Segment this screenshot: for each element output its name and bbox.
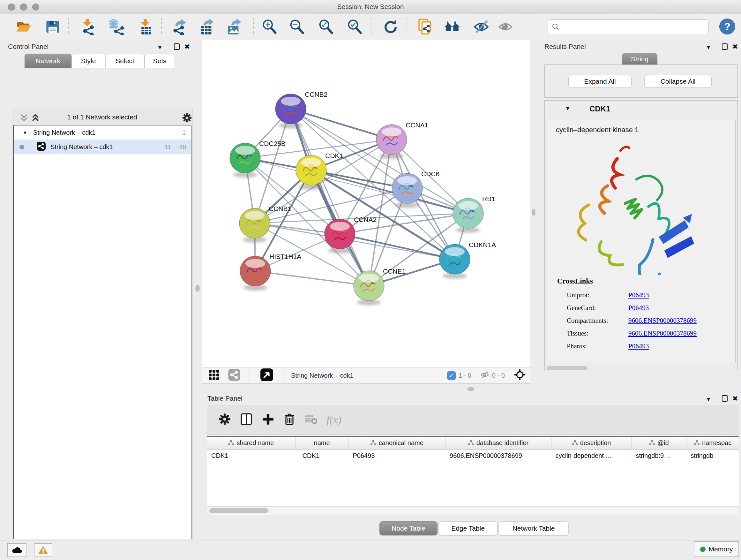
crosslink-link[interactable]: P06493: [628, 289, 697, 301]
expand-all-button[interactable]: Expand All: [568, 75, 631, 88]
network-edge[interactable]: [340, 234, 455, 259]
help-button[interactable]: ?: [719, 18, 735, 35]
network-node-cdkn1a[interactable]: CDKN1A: [440, 241, 496, 279]
column-header[interactable]: canonical name: [348, 437, 446, 449]
cloud-status-button[interactable]: [7, 543, 26, 557]
column-header[interactable]: shared name: [207, 437, 295, 449]
network-node-hist1h1a[interactable]: HIST1H1A: [240, 253, 301, 291]
crosslink-link[interactable]: P06493: [628, 301, 697, 314]
show-columns-icon[interactable]: [240, 413, 253, 427]
network-node-cdc25b[interactable]: CDC25B: [230, 140, 286, 178]
grid-view-icon[interactable]: [208, 368, 221, 382]
tab-network-table[interactable]: Network Table: [498, 521, 569, 536]
table-hscrollbar-thumb[interactable]: [209, 508, 268, 513]
network-canvas[interactable]: CCNB2CCNA1CDC25BCDK1CDC6RB1CCNB1CCNA2CDK…: [202, 40, 530, 367]
node-label: CDC6: [421, 170, 440, 178]
table-row[interactable]: CDK1 CDK1 P06493 9606.ENSP00000378699 cy…: [207, 449, 739, 462]
table-settings-gear-icon[interactable]: [218, 413, 231, 427]
network-label: String Network – cdk1: [51, 143, 113, 151]
tab-sets[interactable]: Sets: [145, 54, 175, 68]
panel-menu-icon[interactable]: ▾: [158, 44, 161, 51]
close-panel-icon[interactable]: ✖: [732, 43, 738, 51]
control-panel: Control Panel ▾ ✖ Network Style Select S…: [5, 40, 189, 540]
panel-menu-icon[interactable]: ▾: [707, 44, 710, 51]
warning-status-button[interactable]: [34, 543, 52, 557]
export-table-icon[interactable]: [198, 17, 215, 37]
fit-content-crosshair-icon[interactable]: [514, 369, 526, 382]
float-panel-icon[interactable]: [722, 44, 728, 50]
gear-icon[interactable]: [181, 112, 193, 125]
selected-checkbox-icon[interactable]: ✓: [447, 371, 456, 380]
column-header[interactable]: name: [295, 437, 349, 449]
title-bar: Session: New Session: [0, 0, 741, 14]
memory-label: Memory: [709, 545, 733, 553]
zoom-in-icon[interactable]: [261, 17, 279, 37]
import-table-file-icon[interactable]: [136, 17, 154, 37]
crosslink-link[interactable]: P06493: [628, 340, 697, 353]
import-network-file-icon[interactable]: [79, 17, 97, 37]
network-share-icon[interactable]: [228, 368, 241, 382]
close-panel-icon[interactable]: ✖: [185, 43, 190, 51]
hide-selected-eye-icon[interactable]: [472, 17, 490, 37]
tab-edge-table[interactable]: Edge Table: [439, 521, 497, 536]
crosslink-link[interactable]: 9606.ENSP00000378699: [628, 314, 697, 327]
network-node-rb1[interactable]: RB1: [453, 195, 495, 233]
left-splitter-handle[interactable]: [195, 285, 200, 292]
tab-string[interactable]: String: [622, 53, 657, 64]
network-node-ccnb1[interactable]: CCNB1: [239, 205, 291, 243]
crosslink-link[interactable]: 9606.ENSP00000378699: [628, 327, 697, 340]
add-column-plus-icon[interactable]: [261, 413, 275, 427]
column-header[interactable]: @id: [631, 437, 686, 449]
memory-button[interactable]: Memory: [694, 541, 739, 557]
tab-select[interactable]: Select: [105, 54, 145, 68]
search-input[interactable]: [559, 23, 700, 30]
column-header[interactable]: namespac: [686, 437, 739, 449]
zoom-fit-icon[interactable]: [317, 17, 335, 37]
cell-namespace: stringdb: [686, 452, 739, 459]
network-list-panel: 1 of 1 Network selected ▼ String Network…: [12, 108, 192, 560]
section-collapse-icon[interactable]: ▼: [565, 106, 570, 111]
right-splitter-handle[interactable]: [532, 209, 536, 216]
node-label: CCNE1: [383, 267, 406, 275]
refresh-view-icon[interactable]: [382, 17, 400, 37]
results-panel-title: Results Panel: [544, 43, 586, 51]
birdseye-view-icon[interactable]: [260, 368, 273, 383]
bottom-splitter-handle[interactable]: [467, 387, 474, 391]
search-box[interactable]: [548, 19, 709, 34]
table-header-row: shared name name canonical name database…: [207, 437, 739, 449]
panel-menu-icon[interactable]: ▾: [707, 395, 710, 403]
network-edge[interactable]: [291, 109, 392, 139]
float-panel-icon[interactable]: [174, 44, 180, 50]
network-node-cdc6[interactable]: CDC6: [392, 170, 440, 208]
cell-description: cyclin-dependent …: [551, 452, 632, 459]
close-panel-icon[interactable]: ✖: [732, 395, 738, 402]
export-network-icon[interactable]: [170, 17, 188, 37]
zoom-out-icon[interactable]: [288, 17, 306, 37]
delete-column-trash-icon[interactable]: [283, 413, 296, 427]
network-row-selected[interactable]: String Network – cdk1 11 48: [14, 139, 191, 154]
network-node-ccne1[interactable]: CCNE1: [354, 267, 406, 305]
save-session-icon[interactable]: [44, 17, 62, 37]
results-hscrollbar-thumb[interactable]: [547, 366, 588, 370]
show-all-windows-icon[interactable]: [444, 17, 461, 37]
import-network-database-icon[interactable]: [107, 17, 125, 37]
column-header[interactable]: description: [551, 437, 632, 449]
network-node-ccnb2[interactable]: CCNB2: [275, 91, 327, 128]
clone-network-icon[interactable]: [416, 17, 434, 37]
node-label: CCNB2: [305, 91, 327, 98]
network-collection-row[interactable]: ▼ String Network – cdk1 1: [14, 125, 191, 139]
zoom-selected-icon[interactable]: [346, 17, 364, 37]
export-image-icon[interactable]: [225, 17, 243, 37]
collection-expand-icon[interactable]: ▼: [23, 130, 27, 135]
status-bar: Memory: [0, 539, 741, 560]
float-panel-icon[interactable]: [722, 395, 728, 401]
tab-style[interactable]: Style: [71, 54, 105, 68]
network-edge[interactable]: [255, 271, 369, 286]
node-label: HIST1H1A: [269, 253, 301, 260]
tab-node-table[interactable]: Node Table: [380, 521, 437, 536]
tab-network[interactable]: Network: [24, 54, 71, 68]
collapse-all-button[interactable]: Collapse All: [644, 75, 712, 88]
table-hscrollbar[interactable]: [207, 506, 739, 515]
open-session-icon[interactable]: [15, 17, 32, 37]
column-header[interactable]: database identifier: [446, 437, 551, 449]
